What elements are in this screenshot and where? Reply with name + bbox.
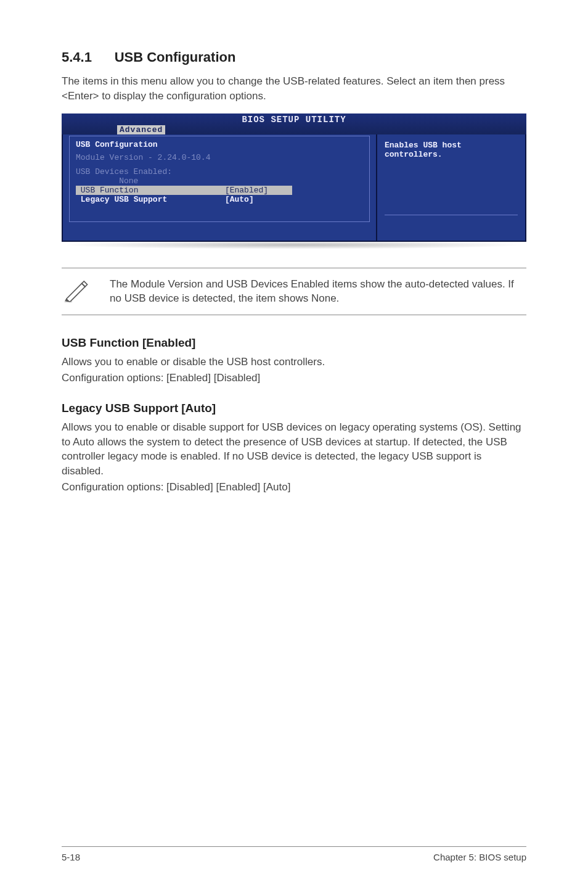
footer-chapter: Chapter 5: BIOS setup [433,852,526,862]
bios-help-line2: controllers. [385,150,518,159]
bios-tab-advanced: Advanced [117,125,165,134]
usb-function-options: Configuration options: [Enabled] [Disabl… [62,371,526,386]
bios-panel-heading: USB Configuration [76,140,363,149]
bios-titlebar: BIOS SETUP UTILITY Advanced [62,113,526,134]
note-pencil-icon [62,277,91,305]
footer-page-number: 5-18 [62,852,80,862]
section-intro: The items in this menu allow you to chan… [62,74,526,104]
usb-function-desc: Allows you to enable or disable the USB … [62,355,526,369]
bios-usb-function-row: USB Function [Enabled] [76,186,292,195]
note-text: The Module Version and USB Devices Enabl… [110,277,526,307]
bios-row-legacy: Legacy USB Support [Auto] [76,195,363,204]
section-title-text: USB Configuration [115,49,236,65]
bios-screenshot: BIOS SETUP UTILITY Advanced USB Configur… [62,113,526,249]
usb-function-heading: USB Function [Enabled] [62,336,526,350]
legacy-usb-options: Configuration options: [Disabled] [Enabl… [62,480,526,495]
usb-function-block: USB Function [Enabled] Allows you to ena… [62,336,526,386]
bios-left-panel: USB Configuration Module Version - 2.24.… [63,134,377,241]
section-heading: 5.4.1 USB Configuration [62,49,526,65]
note-block: The Module Version and USB Devices Enabl… [62,268,526,316]
bios-body: USB Configuration Module Version - 2.24.… [62,134,526,242]
bios-shadow [62,241,526,249]
section-number: 5.4.1 [62,49,92,65]
bios-devices-label: USB Devices Enabled: [76,167,363,176]
bios-row-usb-function: USB Function [Enabled] [76,186,363,195]
legacy-usb-desc: Allows you to enable or disable support … [62,420,526,479]
page-footer: 5-18 Chapter 5: BIOS setup [62,846,526,862]
legacy-usb-block: Legacy USB Support [Auto] Allows you to … [62,402,526,495]
bios-right-panel: Enables USB host controllers. [377,134,525,241]
bios-help-line1: Enables USB host [385,141,518,150]
bios-module-version: Module Version - 2.24.0-10.4 [76,153,363,162]
bios-devices-value: None [76,176,363,186]
bios-title: BIOS SETUP UTILITY [62,115,526,125]
legacy-usb-heading: Legacy USB Support [Auto] [62,402,526,415]
bios-tab-row: Advanced [62,125,526,134]
